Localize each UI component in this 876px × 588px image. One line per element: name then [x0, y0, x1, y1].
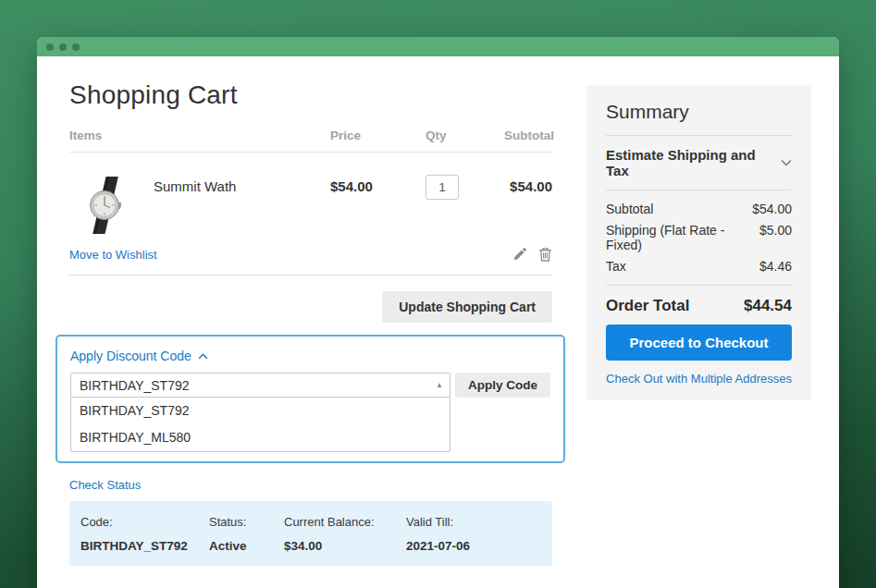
edit-icon[interactable] — [512, 247, 527, 262]
window-dot-icon[interactable] — [59, 43, 67, 51]
item-price: $54.00 — [330, 177, 426, 194]
summary-panel: Summary Estimate Shipping and Tax Subtot… — [586, 85, 811, 400]
balance-label: Current Balance: — [284, 515, 406, 529]
status-label: Status: — [209, 515, 284, 529]
estimate-shipping-toggle[interactable]: Estimate Shipping and Tax — [606, 147, 792, 178]
product-image[interactable] — [81, 177, 130, 234]
tax-label: Tax — [606, 259, 626, 274]
discount-option[interactable]: BIRTHDAY_ML580 — [71, 424, 450, 451]
discount-option[interactable]: BIRTHDAY_ST792 — [71, 398, 450, 424]
chevron-up-icon — [198, 353, 208, 360]
apply-discount-label: Apply Discount Code — [70, 349, 191, 363]
cart-main-column: Shopping Cart Items Price Qty Subtotal — [69, 56, 552, 566]
column-header-items: Items — [69, 129, 330, 142]
product-name[interactable]: Summit Wath — [154, 177, 236, 194]
page-title: Shopping Cart — [69, 77, 552, 114]
window-dot-icon[interactable] — [72, 43, 80, 51]
subtotal-value: $54.00 — [752, 202, 792, 216]
shipping-value: $5.00 — [759, 223, 792, 238]
summary-title: Summary — [606, 100, 792, 124]
balance-value: $34.00 — [284, 539, 406, 553]
discount-options-list: BIRTHDAY_ST792 BIRTHDAY_ML580 — [70, 398, 450, 452]
order-total-row: Order Total $44.54 — [606, 297, 792, 315]
discount-code-section: Apply Discount Code ▲ BIRTHDAY_ST792 BIR… — [56, 335, 565, 463]
delete-icon[interactable] — [538, 247, 552, 262]
coupon-status-panel: Code: Status: Current Balance: Valid Til… — [69, 501, 552, 566]
app-window: Shopping Cart Items Price Qty Subtotal — [37, 37, 839, 588]
discount-code-input[interactable] — [70, 373, 450, 398]
valid-till-label: Valid Till: — [406, 515, 552, 529]
subtotal-label: Subtotal — [606, 202, 653, 216]
move-to-wishlist-link[interactable]: Move to Wishlist — [69, 248, 157, 262]
tax-value: $4.46 — [759, 259, 792, 274]
apply-code-button[interactable]: Apply Code — [455, 373, 550, 398]
order-total-value: $44.54 — [744, 297, 792, 315]
qty-input[interactable] — [426, 175, 459, 200]
chevron-down-icon — [781, 159, 792, 166]
window-dot-icon[interactable] — [46, 43, 54, 51]
code-label: Code: — [80, 515, 209, 529]
multi-address-checkout-link[interactable]: Check Out with Multiple Addresses — [606, 372, 792, 386]
column-header-price: Price — [330, 129, 426, 142]
tax-row: Tax $4.46 — [606, 259, 792, 274]
shipping-row: Shipping (Flat Rate - Fixed) $5.00 — [606, 223, 792, 252]
estimate-shipping-label: Estimate Shipping and Tax — [606, 147, 781, 178]
shipping-label: Shipping (Flat Rate - Fixed) — [606, 223, 759, 252]
valid-till-value: 2021-07-06 — [406, 539, 552, 553]
check-status-link[interactable]: Check Status — [69, 478, 141, 492]
item-actions-row: Move to Wishlist — [69, 234, 552, 276]
cart-table-header: Items Price Qty Subtotal — [69, 129, 552, 153]
item-subtotal: $54.00 — [504, 177, 552, 194]
column-header-subtotal: Subtotal — [504, 129, 554, 142]
code-value: BIRTHDAY_ST792 — [80, 539, 209, 553]
window-titlebar — [37, 37, 839, 56]
proceed-to-checkout-button[interactable]: Proceed to Checkout — [606, 325, 792, 361]
apply-discount-toggle[interactable]: Apply Discount Code — [70, 349, 208, 363]
update-cart-button[interactable]: Update Shopping Cart — [382, 291, 552, 323]
status-value: Active — [209, 539, 284, 553]
column-header-qty: Qty — [426, 129, 504, 142]
cart-item-row: Summit Wath $54.00 $54.00 — [69, 153, 552, 234]
order-total-label: Order Total — [606, 297, 689, 315]
subtotal-row: Subtotal $54.00 — [606, 202, 792, 216]
